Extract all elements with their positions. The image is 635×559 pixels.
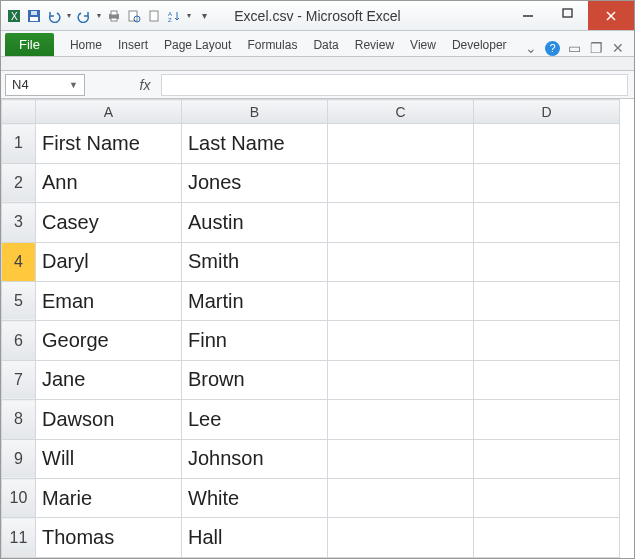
tab-developer[interactable]: Developer [444,34,515,56]
table-row: 10MarieWhite [2,479,620,518]
cell-A3[interactable]: Casey [36,203,182,242]
cell-D5[interactable] [474,281,620,320]
cell-A10[interactable]: Marie [36,479,182,518]
cell-D8[interactable] [474,400,620,439]
column-header-C[interactable]: C [328,100,474,124]
cell-C10[interactable] [328,479,474,518]
mdi-minimize-icon[interactable]: ▭ [566,40,582,56]
tab-view[interactable]: View [402,34,444,56]
cell-D2[interactable] [474,163,620,202]
tab-review[interactable]: Review [347,34,402,56]
cell-D10[interactable] [474,479,620,518]
row-header-10[interactable]: 10 [2,479,36,518]
ribbon-options-icon[interactable]: ⌄ [523,40,539,56]
cell-C2[interactable] [328,163,474,202]
cell-C6[interactable] [328,321,474,360]
cell-A4[interactable]: Daryl [36,242,182,281]
cell-C8[interactable] [328,400,474,439]
row-header-3[interactable]: 3 [2,203,36,242]
minimize-button[interactable] [508,1,548,25]
cell-B10[interactable]: White [182,479,328,518]
cell-B5[interactable]: Martin [182,281,328,320]
row-header-6[interactable]: 6 [2,321,36,360]
row-header-2[interactable]: 2 [2,163,36,202]
cell-D1[interactable] [474,124,620,163]
cell-C4[interactable] [328,242,474,281]
name-box-dropdown-icon[interactable]: ▼ [69,80,78,90]
undo-dropdown-icon[interactable]: ▾ [65,7,73,25]
sort-icon[interactable]: AZ [165,7,183,25]
ribbon-tabs: File Home Insert Page Layout Formulas Da… [1,31,634,57]
redo-dropdown-icon[interactable]: ▾ [95,7,103,25]
cell-B7[interactable]: Brown [182,360,328,399]
row-header-11[interactable]: 11 [2,518,36,558]
close-button[interactable] [588,1,634,30]
save-icon[interactable] [25,7,43,25]
cell-B11[interactable]: Hall [182,518,328,558]
cell-D4[interactable] [474,242,620,281]
cell-B9[interactable]: Johnson [182,439,328,478]
undo-icon[interactable] [45,7,63,25]
cell-D9[interactable] [474,439,620,478]
cell-B3[interactable]: Austin [182,203,328,242]
cell-B2[interactable]: Jones [182,163,328,202]
tab-home[interactable]: Home [62,34,110,56]
cell-C5[interactable] [328,281,474,320]
cell-A11[interactable]: Thomas [36,518,182,558]
cell-B4[interactable]: Smith [182,242,328,281]
column-header-A[interactable]: A [36,100,182,124]
new-file-icon[interactable] [145,7,163,25]
cell-C7[interactable] [328,360,474,399]
select-all-cell[interactable] [2,100,36,124]
mdi-restore-icon[interactable]: ❐ [588,40,604,56]
formula-bar: N4 ▼ fx [1,71,634,99]
row-header-9[interactable]: 9 [2,439,36,478]
cell-D7[interactable] [474,360,620,399]
row-header-1[interactable]: 1 [2,124,36,163]
row-header-8[interactable]: 8 [2,400,36,439]
cell-A8[interactable]: Dawson [36,400,182,439]
cell-A5[interactable]: Eman [36,281,182,320]
row-header-5[interactable]: 5 [2,281,36,320]
name-box[interactable]: N4 ▼ [5,74,85,96]
cell-A6[interactable]: George [36,321,182,360]
tab-file[interactable]: File [5,33,54,56]
tab-data[interactable]: Data [305,34,346,56]
svg-rect-6 [111,11,117,15]
tab-page-layout[interactable]: Page Layout [156,34,239,56]
svg-rect-3 [30,17,38,21]
cell-C9[interactable] [328,439,474,478]
sort-dropdown-icon[interactable]: ▾ [185,7,193,25]
print-preview-icon[interactable] [125,7,143,25]
redo-icon[interactable] [75,7,93,25]
cell-D11[interactable] [474,518,620,558]
row-header-4[interactable]: 4 [2,242,36,281]
table-row: 8DawsonLee [2,400,620,439]
cell-A9[interactable]: Will [36,439,182,478]
cell-B6[interactable]: Finn [182,321,328,360]
cell-C11[interactable] [328,518,474,558]
spreadsheet-grid[interactable]: ABCD1First NameLast Name2AnnJones3CaseyA… [1,99,634,558]
column-header-D[interactable]: D [474,100,620,124]
svg-rect-10 [150,11,158,21]
mdi-close-icon[interactable]: ✕ [610,40,626,56]
tab-formulas[interactable]: Formulas [239,34,305,56]
quick-print-icon[interactable] [105,7,123,25]
tab-insert[interactable]: Insert [110,34,156,56]
cell-B1[interactable]: Last Name [182,124,328,163]
cell-C1[interactable] [328,124,474,163]
row-header-7[interactable]: 7 [2,360,36,399]
cell-D3[interactable] [474,203,620,242]
cell-C3[interactable] [328,203,474,242]
cell-A1[interactable]: First Name [36,124,182,163]
cell-B8[interactable]: Lee [182,400,328,439]
cell-A7[interactable]: Jane [36,360,182,399]
column-header-B[interactable]: B [182,100,328,124]
maximize-button[interactable] [548,1,588,25]
cell-A2[interactable]: Ann [36,163,182,202]
formula-input[interactable] [161,74,628,96]
fx-icon[interactable]: fx [129,77,161,93]
cell-D6[interactable] [474,321,620,360]
customize-qat-icon[interactable]: ▾ [195,7,213,25]
help-icon[interactable]: ? [545,41,560,56]
